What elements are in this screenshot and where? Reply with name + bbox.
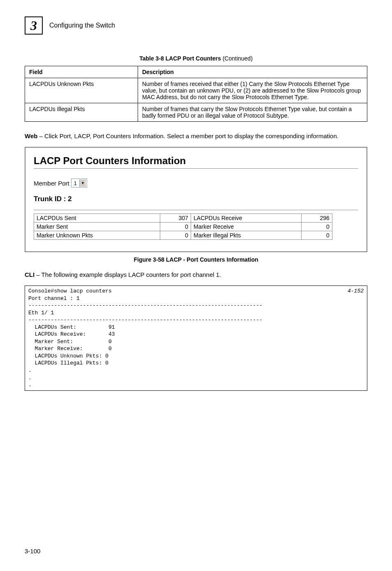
member-port-label: Member Port xyxy=(34,180,69,187)
member-port-row: Member Port 1 ▼ xyxy=(34,179,358,188)
chapter-number-box: 3 xyxy=(25,16,43,35)
stat-value: 0 xyxy=(160,231,191,240)
stat-label: LACPDUs Sent xyxy=(34,214,160,223)
table-cell-field: LACPDUs Illegal Pkts xyxy=(25,103,138,122)
cli-paragraph: CLI – The following example displays LAC… xyxy=(25,270,367,279)
chevron-down-icon: ▼ xyxy=(79,179,86,187)
lacp-port-counters-panel: LACP Port Counters Information Member Po… xyxy=(25,147,367,252)
table-caption-suffix: (Continued) xyxy=(221,55,253,62)
cli-output-text: Console#show lacp counters Port channel … xyxy=(28,288,263,388)
cli-text: – The following example displays LACP co… xyxy=(35,271,221,278)
page-header: 3 Configuring the Switch xyxy=(25,16,367,35)
member-port-value: 1 xyxy=(74,180,77,186)
web-paragraph: Web – Click Port, LACP, Port Counters In… xyxy=(25,132,367,140)
table-cell-desc: Number of frames received that either (1… xyxy=(138,78,367,103)
lacp-port-counters-table: Field Description LACPDUs Unknown Pkts N… xyxy=(25,66,367,122)
stat-value: 296 xyxy=(302,214,332,223)
chapter-number: 3 xyxy=(30,18,37,33)
table-cell-desc: Number of frames that carry the Slow Pro… xyxy=(138,103,367,122)
stat-value: 0 xyxy=(302,223,332,231)
table-row: LACPDUs Unknown Pkts Number of frames re… xyxy=(25,78,367,103)
stat-label: Marker Sent xyxy=(34,223,160,231)
cli-prefix: CLI xyxy=(25,271,35,278)
stat-label: Marker Unknown Pkts xyxy=(34,231,160,240)
table-caption: Table 3-8 LACP Port Counters (Continued) xyxy=(25,55,367,62)
member-port-select[interactable]: 1 ▼ xyxy=(71,179,87,188)
section-title: Configuring the Switch xyxy=(49,22,115,29)
web-prefix: Web xyxy=(25,132,37,139)
panel-title: LACP Port Counters Information xyxy=(34,155,358,169)
table-row: LACPDUs Illegal Pkts Number of frames th… xyxy=(25,103,367,122)
stat-label: Marker Illegal Pkts xyxy=(191,231,302,240)
cli-output-block: 4-152Console#show lacp counters Port cha… xyxy=(25,286,367,391)
table-caption-prefix: Table 3-8 LACP Port Counters xyxy=(139,55,221,62)
stat-value: 307 xyxy=(160,214,191,223)
stat-value: 0 xyxy=(160,223,191,231)
table-cell-field: LACPDUs Unknown Pkts xyxy=(25,78,138,103)
table-row: LACPDUs Sent 307 LACPDUs Receive 296 xyxy=(34,214,332,223)
web-text: – Click Port, LACP, Port Counters Inform… xyxy=(37,132,339,139)
table-row: Marker Unknown Pkts 0 Marker Illegal Pkt… xyxy=(34,231,332,240)
stat-label: Marker Receive xyxy=(191,223,302,231)
trunk-id-label: Trunk ID : 2 xyxy=(34,195,358,203)
figure-caption: Figure 3-58 LACP - Port Counters Informa… xyxy=(25,256,367,263)
page-number: 3-100 xyxy=(25,548,40,555)
stat-label: LACPDUs Receive xyxy=(191,214,302,223)
stat-value: 0 xyxy=(302,231,332,240)
cli-reference: 4-152 xyxy=(348,288,364,295)
table-row: Marker Sent 0 Marker Receive 0 xyxy=(34,223,332,231)
divider xyxy=(34,210,358,210)
lacp-stats-table: LACPDUs Sent 307 LACPDUs Receive 296 Mar… xyxy=(34,214,332,240)
table-header-field: Field xyxy=(25,66,138,78)
table-header-description: Description xyxy=(138,66,367,78)
